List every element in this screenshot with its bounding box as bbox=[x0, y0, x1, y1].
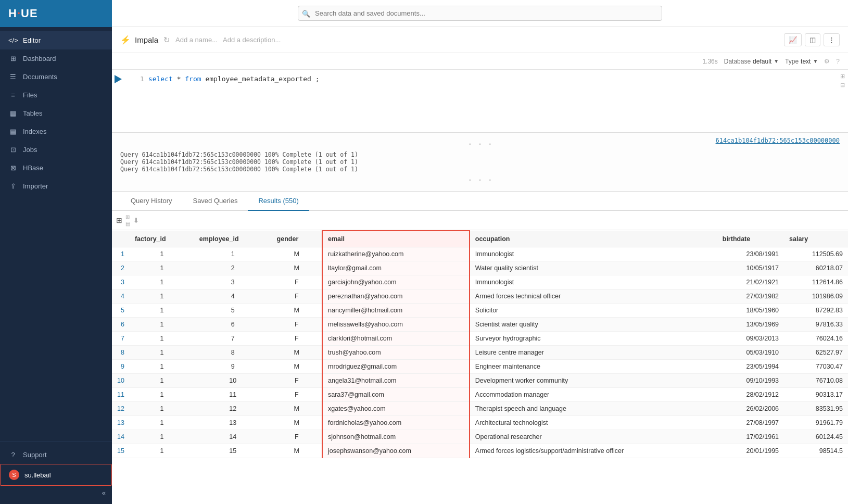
cell-factory-id: 1 bbox=[130, 402, 194, 416]
col-header-email: email bbox=[322, 231, 470, 247]
expand-icon[interactable]: ⊞ bbox=[840, 73, 845, 80]
cell-gender: M bbox=[272, 444, 322, 458]
cell-birthdate: 27/03/1982 bbox=[717, 289, 784, 304]
line-chart-button[interactable]: 📈 bbox=[784, 33, 802, 46]
sidebar-item-support[interactable]: ? Support bbox=[0, 446, 112, 464]
cell-salary: 112505.69 bbox=[784, 247, 848, 261]
cell-birthdate: 23/08/1991 bbox=[717, 247, 784, 261]
database-label: Database bbox=[724, 58, 751, 65]
add-name-button[interactable]: Add a name... bbox=[175, 36, 218, 44]
database-selector[interactable]: Database default ▼ bbox=[724, 58, 779, 65]
sidebar-item-editor[interactable]: </> Editor bbox=[0, 31, 112, 49]
table-header-row: factory_id employee_id gender email occu… bbox=[112, 231, 848, 247]
sidebar-item-jobs[interactable]: ⊡ Jobs bbox=[0, 141, 112, 159]
results-area: ⊞ ⊞ ▤ ⬇ factory_id employee_id gender em… bbox=[112, 211, 848, 504]
col-header-employee-id: employee_id bbox=[194, 231, 272, 247]
cell-gender: F bbox=[272, 374, 322, 388]
cell-birthdate: 27/08/1997 bbox=[717, 416, 784, 430]
add-description-button[interactable]: Add a description... bbox=[223, 36, 281, 44]
cell-occupation: Water quality scientist bbox=[470, 261, 717, 275]
cell-row-num: 7 bbox=[112, 332, 130, 346]
cell-factory-id: 1 bbox=[130, 388, 194, 402]
sidebar: H·UE </> Editor ⊞ Dashboard ☰ Documents … bbox=[0, 0, 112, 504]
cell-occupation: Therapist speech and language bbox=[470, 402, 717, 416]
sidebar-item-documents[interactable]: ☰ Documents bbox=[0, 68, 112, 86]
cell-email: mrodriguez@gmail.com bbox=[322, 360, 470, 374]
cell-factory-id: 1 bbox=[130, 360, 194, 374]
table-view-button[interactable]: ◫ bbox=[805, 33, 820, 46]
cell-factory-id: 1 bbox=[130, 318, 194, 332]
table-row: 1 1 1 M ruizkatherine@yahoo.com Immunolo… bbox=[112, 247, 848, 261]
cell-occupation: Immunologist bbox=[470, 275, 717, 289]
sidebar-item-files[interactable]: ≡ Files bbox=[0, 86, 112, 104]
settings-icon[interactable]: ⚙ bbox=[824, 58, 830, 65]
cell-employee-id: 9 bbox=[194, 360, 272, 374]
cell-email: nancymiller@hotmail.com bbox=[322, 304, 470, 318]
sidebar-nav: </> Editor ⊞ Dashboard ☰ Documents ≡ Fil… bbox=[0, 27, 112, 441]
cell-gender: M bbox=[272, 360, 322, 374]
results-toolbar: ⊞ ⊞ ▤ ⬇ bbox=[112, 211, 848, 230]
tab-results[interactable]: Results (550) bbox=[248, 192, 309, 211]
tables-icon: ▦ bbox=[8, 109, 18, 117]
editor-meta: 1.36s Database default ▼ Type text ▼ ⚙ ? bbox=[112, 53, 848, 70]
cell-salary: 77030.47 bbox=[784, 360, 848, 374]
type-selector[interactable]: Type text ▼ bbox=[785, 58, 818, 65]
search-input[interactable] bbox=[298, 6, 662, 21]
tab-saved-queries[interactable]: Saved Queries bbox=[182, 192, 248, 211]
cell-birthdate: 10/05/1917 bbox=[717, 261, 784, 275]
sidebar-item-indexes[interactable]: ▤ Indexes bbox=[0, 122, 112, 141]
run-query-button[interactable] bbox=[115, 75, 122, 83]
cell-email: pereznathan@yahoo.com bbox=[322, 289, 470, 304]
jobs-icon: ⊡ bbox=[8, 146, 18, 154]
cell-row-num: 6 bbox=[112, 318, 130, 332]
cell-occupation: Leisure centre manager bbox=[470, 346, 717, 360]
sidebar-item-dashboard[interactable]: ⊞ Dashboard bbox=[0, 49, 112, 68]
cell-birthdate: 13/05/1969 bbox=[717, 318, 784, 332]
documents-icon: ☰ bbox=[8, 73, 18, 81]
editor-icon: </> bbox=[8, 36, 18, 44]
sql-star: * bbox=[177, 75, 181, 83]
cell-employee-id: 5 bbox=[194, 304, 272, 318]
cell-email: angela31@hotmail.com bbox=[322, 374, 470, 388]
log-divider-bottom: · · · bbox=[120, 175, 840, 185]
cell-employee-id: 13 bbox=[194, 416, 272, 430]
cell-employee-id: 11 bbox=[194, 388, 272, 402]
line-number: 1 bbox=[140, 75, 144, 83]
cell-occupation: Solicitor bbox=[470, 304, 717, 318]
sidebar-item-hbase[interactable]: ⊠ HBase bbox=[0, 159, 112, 177]
cell-factory-id: 1 bbox=[130, 332, 194, 346]
query-id-link[interactable]: 614ca1b104f1db72:565c153c00000000 bbox=[716, 137, 840, 144]
cell-factory-id: 1 bbox=[130, 261, 194, 275]
table-row: 4 1 4 F pereznathan@yahoo.com Armed forc… bbox=[112, 289, 848, 304]
logo-text: H·UE bbox=[8, 7, 38, 20]
cell-birthdate: 23/05/1994 bbox=[717, 360, 784, 374]
cell-gender: M bbox=[272, 247, 322, 261]
grid-view-icon[interactable]: ⊞ bbox=[116, 216, 122, 224]
cell-factory-id: 1 bbox=[130, 374, 194, 388]
download-icon[interactable]: ⬇ bbox=[133, 217, 139, 224]
expand-rows-icon[interactable]: ⊞ bbox=[125, 214, 130, 220]
col-header-factory-id: factory_id bbox=[130, 231, 194, 247]
cell-salary: 83531.95 bbox=[784, 402, 848, 416]
collapse-rows-icon[interactable]: ▤ bbox=[125, 221, 130, 226]
collapse-sidebar-button[interactable]: « bbox=[0, 486, 112, 500]
shrink-icon[interactable]: ⊟ bbox=[840, 82, 845, 89]
sidebar-item-tables[interactable]: ▦ Tables bbox=[0, 104, 112, 122]
sql-code-area[interactable]: 1select * from employee_metadata_exporte… bbox=[124, 70, 837, 132]
table-row: 9 1 9 M mrodriguez@gmail.com Engineer ma… bbox=[112, 360, 848, 374]
log-line-3: Query 614ca1b104f1db72:565c153c00000000 … bbox=[120, 166, 840, 173]
log-line-1: Query 614ca1b104f1db72:565c153c00000000 … bbox=[120, 151, 840, 158]
table-row: 7 1 7 F clarklori@hotmail.com Surveyor h… bbox=[112, 332, 848, 346]
undo-icon[interactable]: ↻ bbox=[163, 35, 170, 45]
help-icon[interactable]: ? bbox=[836, 58, 840, 65]
table-row: 2 1 2 M ltaylor@gmail.com Water quality … bbox=[112, 261, 848, 275]
cell-occupation: Immunologist bbox=[470, 247, 717, 261]
tab-query-history[interactable]: Query History bbox=[120, 192, 182, 211]
sql-keyword: select bbox=[148, 75, 173, 83]
cell-email: sjohnson@hotmail.com bbox=[322, 430, 470, 444]
sidebar-item-importer[interactable]: ⇪ Importer bbox=[0, 177, 112, 195]
sidebar-item-user[interactable]: S su.llebail bbox=[0, 464, 112, 486]
cell-salary: 101986.09 bbox=[784, 289, 848, 304]
more-options-button[interactable]: ⋮ bbox=[824, 33, 840, 46]
cell-email: clarklori@hotmail.com bbox=[322, 332, 470, 346]
